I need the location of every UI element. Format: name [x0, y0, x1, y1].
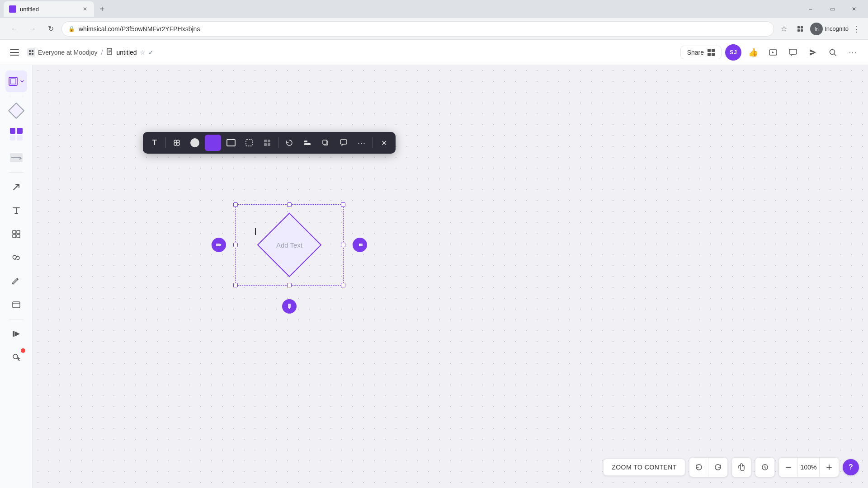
history-btn-group [755, 457, 775, 477]
more-btn[interactable]: ⋯ [844, 44, 861, 61]
extensions-btn[interactable] [794, 23, 807, 35]
svg-point-36 [174, 143, 177, 145]
handle-bl[interactable] [233, 283, 238, 287]
pen-tool[interactable] [5, 270, 27, 292]
grid-tool[interactable] [5, 223, 27, 245]
svg-rect-41 [268, 143, 270, 146]
connector-bottom-btn[interactable] [282, 299, 297, 314]
svg-rect-2 [797, 29, 800, 32]
handle-bm[interactable] [287, 283, 292, 287]
link-tool[interactable] [5, 247, 27, 268]
diamond-tool[interactable] [5, 100, 27, 122]
canvas[interactable]: T [33, 65, 868, 488]
toolbar-grid-btn[interactable] [259, 135, 275, 151]
svg-rect-0 [797, 26, 800, 28]
star-icon[interactable]: ☆ [140, 49, 146, 56]
present-btn[interactable] [765, 44, 781, 61]
url-bar[interactable]: 🔒 whimsical.com/P3f5owNMFvr2YFPHxsbjns [61, 21, 774, 37]
zoom-percent[interactable]: 100% [798, 458, 820, 477]
tab-close-btn[interactable]: ✕ [81, 5, 89, 13]
text-cursor [255, 228, 256, 235]
svg-rect-3 [801, 29, 803, 32]
handle-br[interactable] [341, 283, 345, 287]
toolbar-close-btn[interactable]: ✕ [376, 135, 392, 151]
new-tab-btn[interactable]: + [96, 3, 108, 15]
toolbar-sep-1 [165, 137, 166, 148]
handle-tl[interactable] [233, 202, 238, 207]
maximize-btn[interactable]: ▭ [822, 0, 843, 18]
minimize-btn[interactable]: – [800, 0, 821, 18]
toolbar-style-btn[interactable] [169, 135, 185, 151]
sidebar-divider-3 [9, 319, 24, 319]
forward-btn[interactable]: → [25, 22, 40, 36]
workspace-label: Everyone at Moodjoy [38, 49, 98, 56]
handle-mr[interactable] [341, 243, 345, 247]
connector-tool[interactable]: ➤ [5, 147, 27, 169]
toolbar-align-btn[interactable] [299, 135, 316, 151]
frame-selector-tool[interactable] [5, 70, 27, 92]
shape-container[interactable]: Add Text [235, 204, 344, 286]
doc-icon [106, 48, 113, 56]
breadcrumb-sep: / [101, 49, 103, 56]
toolbar-comment-btn[interactable] [335, 135, 352, 151]
back-btn[interactable]: ← [7, 22, 22, 36]
zoom-to-content-btn[interactable]: ZOOM TO CONTENT [603, 459, 685, 476]
browser-menu-btn[interactable]: ⋮ [852, 24, 861, 34]
sticky-tool[interactable] [5, 123, 27, 145]
menu-icon[interactable] [7, 45, 22, 60]
send-btn[interactable] [805, 44, 821, 61]
svg-rect-10 [32, 53, 33, 55]
breadcrumb-doc[interactable]: untitled ☆ ✓ [106, 48, 153, 56]
user-avatar[interactable]: SJ [725, 44, 741, 61]
handle-ml[interactable] [233, 243, 238, 247]
address-bar: ← → ↻ 🔒 whimsical.com/P3f5owNMFvr2YFPHxs… [0, 18, 868, 40]
redo-btn[interactable] [708, 458, 727, 477]
arrow-tool[interactable] [5, 176, 27, 198]
incognito-label: Incognito [825, 25, 849, 32]
svg-rect-38 [264, 140, 267, 142]
connector-right-btn[interactable] [353, 238, 367, 252]
profile-area[interactable]: In Incognito [810, 23, 849, 35]
breadcrumb-workspace[interactable]: Everyone at Moodjoy [27, 48, 98, 56]
refresh-btn[interactable]: ↻ [43, 22, 58, 36]
pan-tool-btn[interactable] [732, 458, 751, 477]
toolbar-rotate-btn[interactable] [281, 135, 297, 151]
add-element-btn[interactable] [5, 347, 27, 368]
text-tool[interactable] [5, 200, 27, 221]
svg-rect-42 [304, 141, 307, 142]
toolbar-fill-color-btn[interactable] [205, 135, 221, 151]
media-tool[interactable] [5, 323, 27, 345]
toolbar-duplicate-btn[interactable] [317, 135, 334, 151]
toolbar-more-btn[interactable]: ··· [354, 135, 370, 151]
toolbar-rect-btn[interactable] [223, 135, 239, 151]
handle-tm[interactable] [287, 202, 292, 207]
toolbar-text-btn[interactable]: T [146, 135, 163, 151]
toolbar-circle-btn[interactable] [187, 135, 203, 151]
close-window-btn[interactable]: ✕ [844, 0, 864, 18]
toolbar-sep-3 [373, 137, 373, 148]
browser-tab[interactable]: untitled ✕ [4, 1, 94, 17]
sidebar-divider-2 [9, 172, 24, 173]
toolbar-selection-btn[interactable] [241, 135, 257, 151]
search-btn[interactable] [825, 44, 841, 61]
svg-line-18 [835, 54, 836, 56]
undo-btn[interactable] [689, 458, 708, 477]
zoom-in-btn[interactable] [820, 458, 839, 477]
svg-rect-5 [10, 52, 19, 53]
history-btn[interactable] [755, 458, 774, 477]
doc-title: untitled [116, 49, 137, 56]
zoom-out-btn[interactable] [779, 458, 798, 477]
zoom-controls-group: 100% [778, 457, 839, 477]
handle-tr[interactable] [341, 202, 345, 207]
toolbar-sep-2 [278, 137, 278, 148]
comments-btn[interactable] [785, 44, 801, 61]
share-label: Share [687, 49, 704, 56]
connector-left-btn[interactable] [212, 238, 226, 252]
bookmark-star-btn[interactable]: ☆ [778, 23, 790, 35]
share-button[interactable]: Share [680, 46, 722, 59]
help-btn[interactable]: ? [843, 459, 859, 475]
svg-rect-16 [789, 49, 797, 54]
tab-title: untitled [20, 6, 78, 13]
container-tool[interactable] [5, 294, 27, 315]
like-btn[interactable]: 👍 [745, 44, 761, 61]
